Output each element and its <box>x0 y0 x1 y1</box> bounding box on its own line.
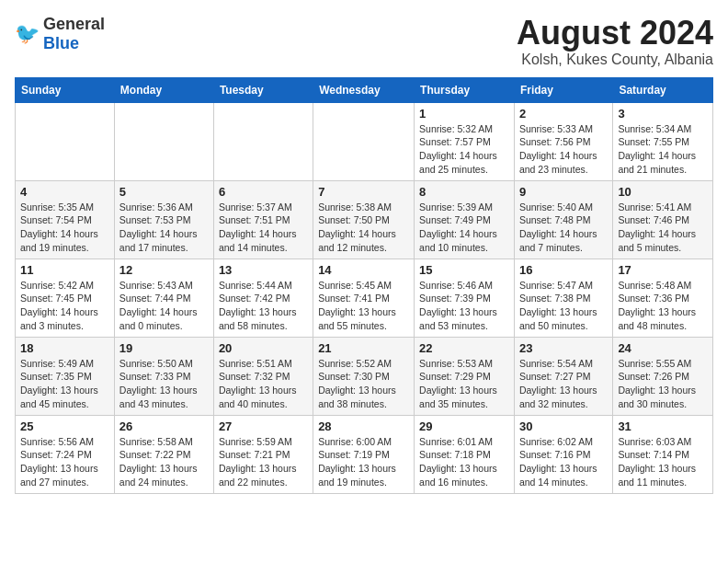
header: 🐦 General Blue August 2024 Kolsh, Kukes … <box>15 15 713 68</box>
day-info: Sunrise: 5:44 AM Sunset: 7:42 PM Dayligh… <box>219 279 308 333</box>
calendar-cell: 8Sunrise: 5:39 AM Sunset: 7:49 PM Daylig… <box>415 180 515 259</box>
day-number: 24 <box>618 341 708 355</box>
day-number: 21 <box>318 341 409 355</box>
day-info: Sunrise: 5:34 AM Sunset: 7:55 PM Dayligh… <box>618 122 708 177</box>
calendar-cell: 7Sunrise: 5:38 AM Sunset: 7:50 PM Daylig… <box>313 180 415 259</box>
calendar-cell: 16Sunrise: 5:47 AM Sunset: 7:38 PM Dayli… <box>514 259 612 337</box>
day-info: Sunrise: 6:03 AM Sunset: 7:14 PM Dayligh… <box>618 435 708 489</box>
day-info: Sunrise: 5:41 AM Sunset: 7:46 PM Dayligh… <box>618 201 708 255</box>
day-number: 23 <box>519 341 608 355</box>
day-info: Sunrise: 5:43 AM Sunset: 7:44 PM Dayligh… <box>119 279 209 333</box>
day-info: Sunrise: 5:39 AM Sunset: 7:49 PM Dayligh… <box>419 201 509 255</box>
calendar-cell: 22Sunrise: 5:53 AM Sunset: 7:29 PM Dayli… <box>415 337 515 415</box>
day-info: Sunrise: 5:38 AM Sunset: 7:50 PM Dayligh… <box>318 201 409 255</box>
calendar-cell: 17Sunrise: 5:48 AM Sunset: 7:36 PM Dayli… <box>613 259 713 337</box>
calendar-cell: 29Sunrise: 6:01 AM Sunset: 7:18 PM Dayli… <box>415 415 515 493</box>
day-info: Sunrise: 5:47 AM Sunset: 7:38 PM Dayligh… <box>519 279 608 333</box>
calendar-cell <box>213 102 313 180</box>
calendar-week-row: 4Sunrise: 5:35 AM Sunset: 7:54 PM Daylig… <box>16 180 713 259</box>
day-number: 1 <box>419 107 509 121</box>
day-info: Sunrise: 5:59 AM Sunset: 7:21 PM Dayligh… <box>219 435 308 489</box>
calendar-table: SundayMondayTuesdayWednesdayThursdayFrid… <box>15 77 713 494</box>
day-number: 19 <box>119 341 209 355</box>
day-info: Sunrise: 5:36 AM Sunset: 7:53 PM Dayligh… <box>119 201 209 255</box>
calendar-cell: 30Sunrise: 6:02 AM Sunset: 7:16 PM Dayli… <box>514 415 612 493</box>
day-number: 15 <box>419 263 509 277</box>
calendar-cell: 18Sunrise: 5:49 AM Sunset: 7:35 PM Dayli… <box>16 337 115 415</box>
calendar-cell: 15Sunrise: 5:46 AM Sunset: 7:39 PM Dayli… <box>415 259 515 337</box>
calendar-week-row: 1Sunrise: 5:32 AM Sunset: 7:57 PM Daylig… <box>16 102 713 180</box>
weekday-header-friday: Friday <box>514 77 612 102</box>
calendar-cell: 27Sunrise: 5:59 AM Sunset: 7:21 PM Dayli… <box>213 415 313 493</box>
weekday-header-saturday: Saturday <box>613 77 713 102</box>
weekday-header-monday: Monday <box>114 77 213 102</box>
day-number: 18 <box>20 341 109 355</box>
day-number: 9 <box>519 185 608 199</box>
day-info: Sunrise: 5:48 AM Sunset: 7:36 PM Dayligh… <box>618 279 708 333</box>
day-number: 11 <box>20 263 109 277</box>
calendar-cell <box>16 102 115 180</box>
day-info: Sunrise: 5:37 AM Sunset: 7:51 PM Dayligh… <box>219 201 308 255</box>
day-number: 25 <box>20 419 109 433</box>
day-number: 2 <box>519 107 608 121</box>
calendar-cell: 5Sunrise: 5:36 AM Sunset: 7:53 PM Daylig… <box>114 180 213 259</box>
day-info: Sunrise: 5:32 AM Sunset: 7:57 PM Dayligh… <box>419 122 509 177</box>
day-info: Sunrise: 5:40 AM Sunset: 7:48 PM Dayligh… <box>519 201 608 255</box>
weekday-header-wednesday: Wednesday <box>313 77 415 102</box>
day-info: Sunrise: 5:53 AM Sunset: 7:29 PM Dayligh… <box>419 357 509 411</box>
day-number: 26 <box>119 419 209 433</box>
day-number: 4 <box>20 185 109 199</box>
day-info: Sunrise: 5:51 AM Sunset: 7:32 PM Dayligh… <box>219 357 308 411</box>
day-number: 10 <box>618 185 708 199</box>
calendar-cell: 19Sunrise: 5:50 AM Sunset: 7:33 PM Dayli… <box>114 337 213 415</box>
calendar-cell: 6Sunrise: 5:37 AM Sunset: 7:51 PM Daylig… <box>213 180 313 259</box>
day-info: Sunrise: 5:58 AM Sunset: 7:22 PM Dayligh… <box>119 435 209 489</box>
calendar-cell: 3Sunrise: 5:34 AM Sunset: 7:55 PM Daylig… <box>613 102 713 180</box>
calendar-week-row: 11Sunrise: 5:42 AM Sunset: 7:45 PM Dayli… <box>16 259 713 337</box>
title-area: August 2024 Kolsh, Kukes County, Albania <box>517 15 713 68</box>
day-number: 31 <box>618 419 708 433</box>
calendar-cell: 2Sunrise: 5:33 AM Sunset: 7:56 PM Daylig… <box>514 102 612 180</box>
logo-blue-text: Blue <box>43 34 79 52</box>
day-number: 16 <box>519 263 608 277</box>
day-number: 28 <box>318 419 409 433</box>
day-info: Sunrise: 5:35 AM Sunset: 7:54 PM Dayligh… <box>20 201 109 255</box>
weekday-header-sunday: Sunday <box>16 77 115 102</box>
calendar-cell: 14Sunrise: 5:45 AM Sunset: 7:41 PM Dayli… <box>313 259 415 337</box>
weekday-header-row: SundayMondayTuesdayWednesdayThursdayFrid… <box>16 77 713 102</box>
calendar-cell: 11Sunrise: 5:42 AM Sunset: 7:45 PM Dayli… <box>16 259 115 337</box>
calendar-cell <box>114 102 213 180</box>
calendar-cell: 24Sunrise: 5:55 AM Sunset: 7:26 PM Dayli… <box>613 337 713 415</box>
calendar-cell <box>313 102 415 180</box>
calendar-cell: 20Sunrise: 5:51 AM Sunset: 7:32 PM Dayli… <box>213 337 313 415</box>
day-info: Sunrise: 5:50 AM Sunset: 7:33 PM Dayligh… <box>119 357 209 411</box>
logo-general-text: General <box>43 15 105 33</box>
day-number: 22 <box>419 341 509 355</box>
day-info: Sunrise: 5:42 AM Sunset: 7:45 PM Dayligh… <box>20 279 109 333</box>
calendar-week-row: 18Sunrise: 5:49 AM Sunset: 7:35 PM Dayli… <box>16 337 713 415</box>
logo: 🐦 General Blue <box>15 15 105 53</box>
calendar-cell: 13Sunrise: 5:44 AM Sunset: 7:42 PM Dayli… <box>213 259 313 337</box>
day-number: 14 <box>318 263 409 277</box>
day-number: 7 <box>318 185 409 199</box>
day-info: Sunrise: 5:33 AM Sunset: 7:56 PM Dayligh… <box>519 122 608 177</box>
day-number: 27 <box>219 419 308 433</box>
month-year-title: August 2024 <box>517 15 713 52</box>
day-number: 3 <box>618 107 708 121</box>
day-number: 12 <box>119 263 209 277</box>
day-info: Sunrise: 6:01 AM Sunset: 7:18 PM Dayligh… <box>419 435 509 489</box>
day-number: 8 <box>419 185 509 199</box>
calendar-cell: 25Sunrise: 5:56 AM Sunset: 7:24 PM Dayli… <box>16 415 115 493</box>
calendar-cell: 31Sunrise: 6:03 AM Sunset: 7:14 PM Dayli… <box>613 415 713 493</box>
day-number: 17 <box>618 263 708 277</box>
day-info: Sunrise: 6:02 AM Sunset: 7:16 PM Dayligh… <box>519 435 608 489</box>
calendar-cell: 23Sunrise: 5:54 AM Sunset: 7:27 PM Dayli… <box>514 337 612 415</box>
location-subtitle: Kolsh, Kukes County, Albania <box>517 52 713 68</box>
calendar-cell: 4Sunrise: 5:35 AM Sunset: 7:54 PM Daylig… <box>16 180 115 259</box>
calendar-cell: 12Sunrise: 5:43 AM Sunset: 7:44 PM Dayli… <box>114 259 213 337</box>
day-number: 30 <box>519 419 608 433</box>
calendar-cell: 21Sunrise: 5:52 AM Sunset: 7:30 PM Dayli… <box>313 337 415 415</box>
calendar-cell: 9Sunrise: 5:40 AM Sunset: 7:48 PM Daylig… <box>514 180 612 259</box>
day-info: Sunrise: 5:54 AM Sunset: 7:27 PM Dayligh… <box>519 357 608 411</box>
day-number: 6 <box>219 185 308 199</box>
